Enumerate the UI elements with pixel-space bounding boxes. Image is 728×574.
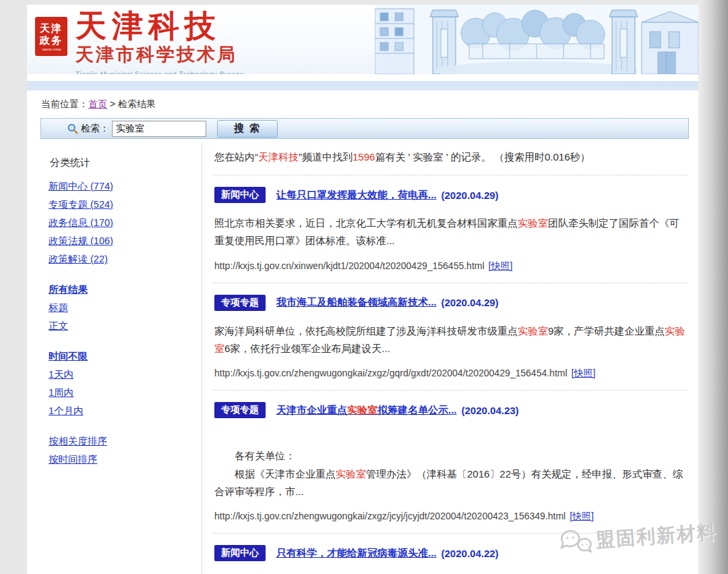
seal-characters: 天津政务 [35, 22, 67, 47]
sidebar-list-item: 正文 [49, 320, 202, 333]
text-segment: 照北京市相关要求，近日，北京化工大学有机无机复合材料国家重点 [214, 217, 518, 229]
category-stats-title: 分类统计 [50, 156, 202, 169]
sidebar-link-categories[interactable]: 专项专题 (524) [49, 199, 113, 210]
text-segment: 实验室 [518, 325, 548, 337]
sidebar-list-item: 1天内 [49, 368, 202, 381]
site-title-english: Tianjin Municipal Science and Technology… [75, 70, 244, 74]
result-category-badge: 专项专题 [214, 295, 266, 311]
text-segment: 各有关单位： 根据《天津市企业重点 [214, 450, 336, 479]
search-result-item: 专项专题天津市企业重点实验室拟筹建名单公示...(2020.04.23) 各有关… [213, 391, 688, 534]
search-result-item: 专项专题我市海工及船舶装备领域高新技术...(2020.04.29)家海洋局科研… [213, 283, 688, 391]
site-header: 天津政务 TIANJIN CHINA 天津科技 天津市科学技术局 Tianjin… [27, 5, 698, 74]
text-segment: ”频道中找到 [299, 151, 353, 163]
sidebar-link-categories[interactable]: 新闻中心 (774) [49, 181, 113, 192]
text-segment: 篇有关 ' 实验室 ' 的记录。 （搜索用时0.016秒） [375, 151, 590, 163]
sidebar-link-scope[interactable]: 正文 [49, 320, 68, 331]
result-category-badge: 新闻中心 [214, 187, 266, 203]
text-segment: 9家，产学研共建企业重点 [548, 325, 665, 337]
snapshot-link[interactable]: [快照] [489, 260, 513, 271]
sidebar-link-time[interactable]: 1天内 [49, 369, 73, 380]
banner-building-art [375, 5, 698, 74]
sidebar-list-item: 时间不限 [49, 350, 202, 363]
nav-strip [27, 81, 698, 90]
text-segment: 家海洋局科研单位，依托高校院所组建了涉及海洋科技研发市级重点 [214, 325, 518, 337]
search-result-item: 新闻中心只有科学，才能给新冠病毒源头准...(2020.04.22)究论文，可称… [213, 534, 688, 574]
text-segment: 拟筹建名单公示... [377, 404, 457, 415]
result-title-link[interactable]: 让每只口罩发挥最大效能，荷电再... [276, 189, 437, 202]
result-url-line: http://kxjs.tj.gov.cn/zhengwugongkai/zxg… [214, 511, 688, 523]
result-date: (2020.04.29) [442, 297, 499, 308]
sidebar-list-item: 按时间排序 [49, 453, 202, 466]
text-segment: 天津科技 [258, 151, 299, 163]
breadcrumb-current: 检索结果 [118, 98, 156, 109]
sidebar: 分类统计 新闻中心 (774)专项专题 (524)政务信息 (170)政策法规 … [40, 143, 202, 574]
result-date: (2020.04.22) [442, 548, 499, 559]
sidebar-link-time[interactable]: 1个月内 [49, 405, 84, 416]
text-segment: 天津市企业重点 [276, 404, 347, 415]
result-date: (2020.04.23) [462, 405, 519, 416]
sidebar-list-item: 专项专题 (524) [49, 198, 202, 211]
time-filter-list: 时间不限1天内1周内1个月内 [49, 350, 202, 418]
sidebar-list-item: 1个月内 [49, 405, 202, 418]
page-right-shadow [698, 0, 728, 574]
search-bar: 检索： 搜 索 [40, 118, 689, 139]
sidebar-list-item: 政策解读 (22) [49, 253, 202, 266]
result-header: 新闻中心让每只口罩发挥最大效能，荷电再...(2020.04.29) [214, 187, 688, 203]
text-segment: 6家，依托行业领军企业布局建设天... [224, 343, 390, 354]
text-segment: 实验室 [518, 217, 548, 229]
breadcrumb-home-link[interactable]: 首页 [88, 98, 107, 109]
result-title-link[interactable]: 我市海工及船舶装备领域高新技术... [276, 296, 437, 309]
sidebar-link-categories[interactable]: 政策解读 (22) [49, 254, 108, 264]
breadcrumb: 当前位置：首页 > 检索结果 [27, 90, 698, 113]
breadcrumb-separator: > [107, 98, 118, 109]
text-segment: 您在站内“ [214, 151, 258, 163]
content-area: 分类统计 新闻中心 (774)专项专题 (524)政务信息 (170)政策法规 … [27, 139, 698, 574]
result-url-line: http://kxjs.tj.gov.cn/zhengwugongkai/zxg… [214, 368, 688, 380]
sidebar-list-item: 政策法规 (106) [49, 235, 202, 248]
result-snippet: 家海洋局科研单位，依托高校院所组建了涉及海洋科技研发市级重点实验室9家，产学研共… [214, 322, 688, 358]
text-segment: 我市海工及船舶装备领域高新技术... [276, 296, 437, 308]
site-subtitle: 天津市科学技术局 [75, 42, 244, 67]
sidebar-link-time[interactable]: 时间不限 [49, 351, 88, 362]
result-url: http://kxjs.tj.gov.cn/zhengwugongkai/zxg… [214, 368, 568, 378]
result-url-line: http://kxjs.tj.gov.cn/xinwen/kjdt1/20200… [214, 260, 688, 272]
result-header: 专项专题我市海工及船舶装备领域高新技术...(2020.04.29) [214, 295, 688, 311]
snapshot-link[interactable]: [快照] [570, 511, 594, 521]
search-input[interactable] [112, 121, 206, 137]
result-url: http://kxjs.tj.gov.cn/zhengwugongkai/zxg… [214, 511, 566, 521]
result-category-badge: 新闻中心 [214, 545, 266, 561]
result-title-link[interactable]: 只有科学，才能给新冠病毒源头准... [276, 547, 437, 560]
sidebar-link-scope[interactable]: 标题 [49, 302, 68, 313]
sidebar-link-sort[interactable]: 按时间排序 [49, 454, 98, 465]
page: 天津政务 TIANJIN CHINA 天津科技 天津市科学技术局 Tianjin… [27, 5, 698, 574]
search-label: 检索： [81, 123, 109, 135]
result-snippet: 照北京市相关要求，近日，北京化工大学有机无机复合材料国家重点实验室团队牵头制定了… [214, 214, 688, 250]
sidebar-link-categories[interactable]: 政策法规 (106) [49, 235, 113, 246]
snapshot-link[interactable]: [快照] [572, 368, 596, 378]
sidebar-list-item: 标题 [49, 302, 202, 314]
sidebar-list-item: 政务信息 (170) [49, 217, 202, 229]
search-icon [67, 123, 78, 134]
result-date: (2020.04.29) [442, 190, 499, 201]
site-seal-logo: 天津政务 TIANJIN CHINA [35, 17, 67, 56]
text-segment: 只有科学，才能给新冠病毒源头准... [276, 547, 437, 558]
sidebar-link-sort[interactable]: 按相关度排序 [49, 436, 107, 447]
sidebar-list-item: 新闻中心 (774) [49, 180, 202, 193]
result-snippet: 各有关单位： 根据《天津市企业重点实验室管理办法》（津科基〔2016〕22号）有… [214, 430, 688, 500]
result-category-badge: 专项专题 [214, 402, 266, 418]
text-segment: 实验室 [336, 468, 366, 480]
search-button[interactable]: 搜 索 [217, 120, 278, 138]
sidebar-link-time[interactable]: 1周内 [49, 387, 73, 398]
result-header: 新闻中心只有科学，才能给新冠病毒源头准...(2020.04.22) [214, 545, 688, 561]
text-segment: 实验室 [347, 404, 377, 415]
result-header: 专项专题天津市企业重点实验室拟筹建名单公示...(2020.04.23) [214, 402, 688, 418]
result-list: 新闻中心让每只口罩发挥最大效能，荷电再...(2020.04.29)照北京市相关… [213, 175, 688, 574]
result-title-link[interactable]: 天津市企业重点实验室拟筹建名单公示... [276, 404, 457, 417]
results-summary: 您在站内“天津科技”频道中找到1596篇有关 ' 实验室 ' 的记录。 （搜索用… [213, 143, 688, 175]
sidebar-list-item: 按相关度排序 [49, 435, 202, 448]
sidebar-link-categories[interactable]: 政务信息 (170) [49, 217, 113, 228]
results-panel: 您在站内“天津科技”频道中找到1596篇有关 ' 实验室 ' 的记录。 （搜索用… [202, 143, 698, 574]
sidebar-list-item: 所有结果 [49, 283, 202, 296]
sidebar-link-scope[interactable]: 所有结果 [49, 284, 88, 295]
sidebar-list-item: 1周内 [49, 386, 202, 399]
